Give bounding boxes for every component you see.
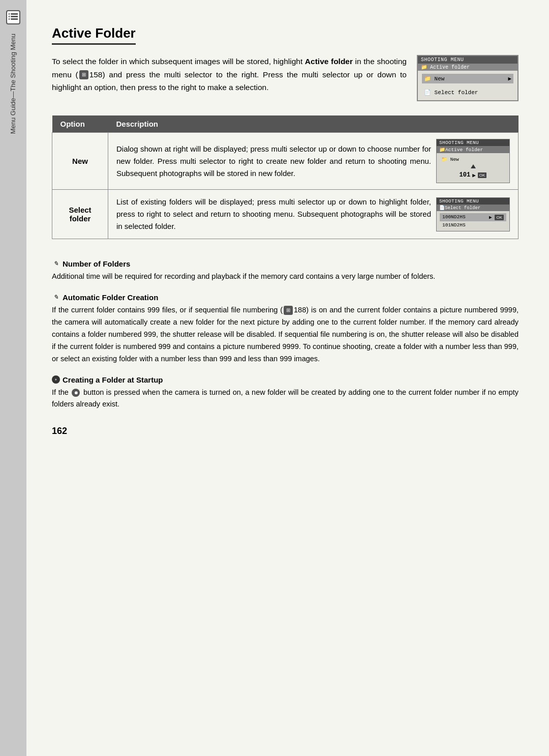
col-description-header: Description	[108, 115, 518, 133]
ref-icon-188: ⊞	[284, 306, 293, 315]
arrow-right-icon: ▶	[508, 75, 511, 82]
mini-camera-new: SHOOTING MENU 📁Active folder 📁 New	[436, 139, 510, 183]
page-number: 162	[52, 426, 518, 437]
intro-camera-screen: SHOOTING MENU 📁 Active folder 📁 New ▶ 📄 …	[417, 55, 518, 101]
desc-text-select: List of existing folders will be display…	[116, 196, 431, 232]
ok-button: OK	[478, 172, 487, 178]
mini-header-new: SHOOTING MENU	[437, 139, 509, 146]
sidebar-label: Menu Guide—The Shooting Menu	[9, 34, 18, 134]
note-number-of-folders: ✎ Number of Folders Additional time will…	[52, 259, 518, 283]
arrow-up-icon	[471, 164, 476, 168]
mini-number-row: 101 ▶ OK	[440, 169, 506, 181]
options-table: Option Description New Dialog shown at r…	[52, 115, 518, 239]
mini-row-option-new: 📁 New	[440, 155, 506, 163]
main-content: Active Folder To select the folder in wh…	[26, 0, 549, 756]
camera-startup-icon: ☀	[52, 375, 60, 384]
note-body-startup: If the ⏺ button is pressed when the came…	[52, 387, 518, 411]
page-title: Active Folder	[52, 25, 136, 45]
mini-active-new: 📁Active folder	[437, 146, 509, 153]
folder-icon-intro: 📁	[421, 65, 427, 70]
svg-point-5	[10, 18, 11, 20]
description-new: Dialog shown at right will be displayed;…	[108, 133, 518, 190]
col-option-header: Option	[52, 115, 108, 133]
screen-row-select: 📄 Select folder	[422, 88, 513, 97]
intro-section: To select the folder in which subsequent…	[52, 55, 518, 101]
screen-body: 📁 New ▶ 📄 Select folder	[418, 71, 517, 100]
mini-select-active: 📄Select folder	[437, 205, 509, 211]
desc-wrapper-new: Dialog shown at right will be displayed;…	[116, 139, 510, 183]
mini-header-select: SHOOTING MENU	[437, 198, 509, 205]
description-select: List of existing folders will be display…	[108, 190, 518, 239]
note-body-number: Additional time will be required for rec…	[52, 271, 518, 283]
note-title-startup: ☀ Creating a Folder at Startup	[52, 375, 518, 384]
pencil-icon-1: ✎	[52, 260, 60, 268]
screen-header: SHOOTING MENU	[418, 56, 517, 64]
ref-icon-158: ⊞	[79, 70, 88, 79]
desc-text-new: Dialog shown at right will be displayed;…	[116, 143, 431, 180]
note-startup: ☀ Creating a Folder at Startup If the ⏺ …	[52, 375, 518, 411]
note-auto-folder: ✎ Automatic Folder Creation If the curre…	[52, 293, 518, 365]
sidebar-top-icon	[6, 10, 20, 24]
svg-point-4	[10, 16, 11, 17]
mini-folder1-row: 100ND2HS ▶ OK	[440, 213, 506, 221]
note-title-number: ✎ Number of Folders	[52, 259, 518, 268]
sidebar: Menu Guide—The Shooting Menu	[0, 0, 26, 756]
mini-camera-select: SHOOTING MENU 📄Select folder 100ND2HS ▶ …	[436, 197, 510, 231]
mini-arrow-up-row	[440, 163, 506, 169]
note-title-auto: ✎ Automatic Folder Creation	[52, 293, 518, 302]
option-new-label: New	[52, 133, 108, 190]
screen-row-new: 📁 New ▶	[422, 74, 513, 83]
power-button-icon: ⏺	[72, 389, 80, 397]
mini-body-new: 📁 New 101 ▶ OK	[437, 153, 509, 183]
table-row-select: Selectfolder List of existing folders wi…	[52, 190, 518, 239]
option-select-label: Selectfolder	[52, 190, 108, 239]
table-row-new: New Dialog shown at right will be displa…	[52, 133, 518, 190]
pencil-icon-2: ✎	[52, 293, 60, 301]
screen-active-folder: 📁 Active folder	[418, 64, 517, 71]
desc-wrapper-select: List of existing folders will be display…	[116, 196, 510, 232]
note-body-auto: If the current folder contains 999 files…	[52, 304, 518, 365]
ok-btn-select: OK	[495, 215, 504, 220]
notes-section: ✎ Number of Folders Additional time will…	[52, 259, 518, 411]
mini-body-select: 100ND2HS ▶ OK 101ND2HS	[437, 211, 509, 231]
mini-folder2-row: 101ND2HS	[440, 221, 506, 229]
svg-point-3	[10, 13, 11, 15]
intro-text: To select the folder in which subsequent…	[52, 55, 407, 94]
